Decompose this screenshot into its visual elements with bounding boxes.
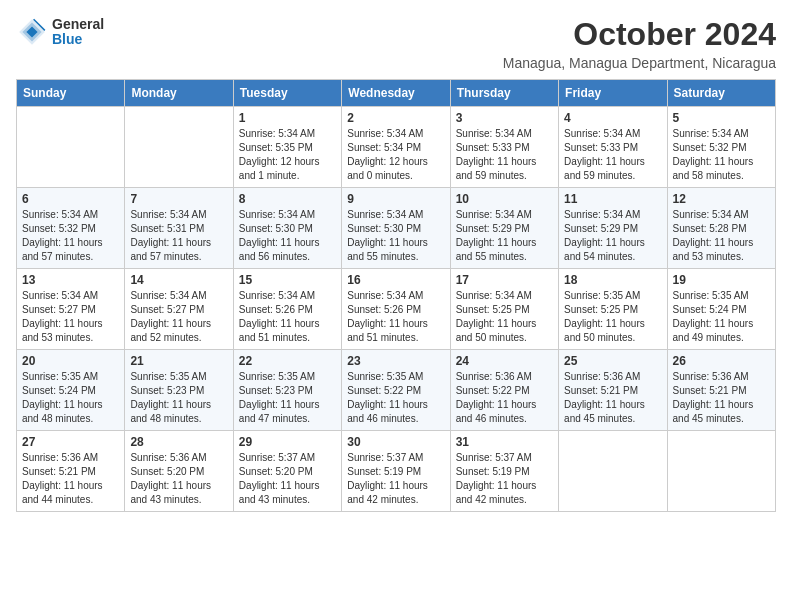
day-number: 21 bbox=[130, 354, 227, 368]
day-number: 28 bbox=[130, 435, 227, 449]
calendar-cell: 18Sunrise: 5:35 AM Sunset: 5:25 PM Dayli… bbox=[559, 269, 667, 350]
calendar-cell: 12Sunrise: 5:34 AM Sunset: 5:28 PM Dayli… bbox=[667, 188, 775, 269]
day-number: 16 bbox=[347, 273, 444, 287]
calendar-cell bbox=[125, 107, 233, 188]
day-info: Sunrise: 5:36 AM Sunset: 5:21 PM Dayligh… bbox=[22, 451, 119, 507]
weekday-header: Sunday bbox=[17, 80, 125, 107]
calendar-cell: 14Sunrise: 5:34 AM Sunset: 5:27 PM Dayli… bbox=[125, 269, 233, 350]
calendar-cell: 15Sunrise: 5:34 AM Sunset: 5:26 PM Dayli… bbox=[233, 269, 341, 350]
day-number: 1 bbox=[239, 111, 336, 125]
calendar-cell: 13Sunrise: 5:34 AM Sunset: 5:27 PM Dayli… bbox=[17, 269, 125, 350]
day-number: 30 bbox=[347, 435, 444, 449]
logo-general: General bbox=[52, 17, 104, 32]
day-info: Sunrise: 5:34 AM Sunset: 5:29 PM Dayligh… bbox=[564, 208, 661, 264]
day-info: Sunrise: 5:36 AM Sunset: 5:20 PM Dayligh… bbox=[130, 451, 227, 507]
calendar-cell bbox=[559, 431, 667, 512]
calendar-cell: 20Sunrise: 5:35 AM Sunset: 5:24 PM Dayli… bbox=[17, 350, 125, 431]
day-info: Sunrise: 5:37 AM Sunset: 5:19 PM Dayligh… bbox=[347, 451, 444, 507]
day-number: 18 bbox=[564, 273, 661, 287]
day-number: 24 bbox=[456, 354, 553, 368]
calendar-cell: 24Sunrise: 5:36 AM Sunset: 5:22 PM Dayli… bbox=[450, 350, 558, 431]
day-info: Sunrise: 5:34 AM Sunset: 5:26 PM Dayligh… bbox=[347, 289, 444, 345]
day-number: 11 bbox=[564, 192, 661, 206]
calendar-cell bbox=[667, 431, 775, 512]
page-header: General Blue October 2024 Managua, Manag… bbox=[16, 16, 776, 71]
day-number: 4 bbox=[564, 111, 661, 125]
calendar-cell: 10Sunrise: 5:34 AM Sunset: 5:29 PM Dayli… bbox=[450, 188, 558, 269]
calendar-cell: 1Sunrise: 5:34 AM Sunset: 5:35 PM Daylig… bbox=[233, 107, 341, 188]
day-number: 3 bbox=[456, 111, 553, 125]
day-number: 5 bbox=[673, 111, 770, 125]
day-info: Sunrise: 5:34 AM Sunset: 5:30 PM Dayligh… bbox=[347, 208, 444, 264]
calendar-cell: 19Sunrise: 5:35 AM Sunset: 5:24 PM Dayli… bbox=[667, 269, 775, 350]
day-number: 10 bbox=[456, 192, 553, 206]
day-number: 12 bbox=[673, 192, 770, 206]
day-info: Sunrise: 5:34 AM Sunset: 5:30 PM Dayligh… bbox=[239, 208, 336, 264]
day-info: Sunrise: 5:35 AM Sunset: 5:25 PM Dayligh… bbox=[564, 289, 661, 345]
calendar-cell: 9Sunrise: 5:34 AM Sunset: 5:30 PM Daylig… bbox=[342, 188, 450, 269]
day-info: Sunrise: 5:34 AM Sunset: 5:27 PM Dayligh… bbox=[130, 289, 227, 345]
calendar-cell: 11Sunrise: 5:34 AM Sunset: 5:29 PM Dayli… bbox=[559, 188, 667, 269]
logo: General Blue bbox=[16, 16, 104, 48]
calendar-week-row: 13Sunrise: 5:34 AM Sunset: 5:27 PM Dayli… bbox=[17, 269, 776, 350]
logo-blue: Blue bbox=[52, 32, 104, 47]
day-number: 19 bbox=[673, 273, 770, 287]
day-number: 2 bbox=[347, 111, 444, 125]
calendar-cell: 8Sunrise: 5:34 AM Sunset: 5:30 PM Daylig… bbox=[233, 188, 341, 269]
calendar-week-row: 1Sunrise: 5:34 AM Sunset: 5:35 PM Daylig… bbox=[17, 107, 776, 188]
calendar-cell: 30Sunrise: 5:37 AM Sunset: 5:19 PM Dayli… bbox=[342, 431, 450, 512]
day-number: 9 bbox=[347, 192, 444, 206]
calendar-table: SundayMondayTuesdayWednesdayThursdayFrid… bbox=[16, 79, 776, 512]
day-number: 17 bbox=[456, 273, 553, 287]
calendar-cell bbox=[17, 107, 125, 188]
day-info: Sunrise: 5:35 AM Sunset: 5:24 PM Dayligh… bbox=[673, 289, 770, 345]
day-info: Sunrise: 5:34 AM Sunset: 5:33 PM Dayligh… bbox=[564, 127, 661, 183]
calendar-cell: 23Sunrise: 5:35 AM Sunset: 5:22 PM Dayli… bbox=[342, 350, 450, 431]
day-number: 14 bbox=[130, 273, 227, 287]
calendar-cell: 26Sunrise: 5:36 AM Sunset: 5:21 PM Dayli… bbox=[667, 350, 775, 431]
calendar-cell: 16Sunrise: 5:34 AM Sunset: 5:26 PM Dayli… bbox=[342, 269, 450, 350]
location-subtitle: Managua, Managua Department, Nicaragua bbox=[503, 55, 776, 71]
day-number: 8 bbox=[239, 192, 336, 206]
day-info: Sunrise: 5:34 AM Sunset: 5:27 PM Dayligh… bbox=[22, 289, 119, 345]
calendar-cell: 6Sunrise: 5:34 AM Sunset: 5:32 PM Daylig… bbox=[17, 188, 125, 269]
day-number: 27 bbox=[22, 435, 119, 449]
day-info: Sunrise: 5:34 AM Sunset: 5:35 PM Dayligh… bbox=[239, 127, 336, 183]
calendar-week-row: 27Sunrise: 5:36 AM Sunset: 5:21 PM Dayli… bbox=[17, 431, 776, 512]
day-info: Sunrise: 5:37 AM Sunset: 5:19 PM Dayligh… bbox=[456, 451, 553, 507]
day-info: Sunrise: 5:34 AM Sunset: 5:33 PM Dayligh… bbox=[456, 127, 553, 183]
calendar-cell: 28Sunrise: 5:36 AM Sunset: 5:20 PM Dayli… bbox=[125, 431, 233, 512]
day-number: 20 bbox=[22, 354, 119, 368]
day-info: Sunrise: 5:35 AM Sunset: 5:23 PM Dayligh… bbox=[239, 370, 336, 426]
day-number: 15 bbox=[239, 273, 336, 287]
calendar-cell: 7Sunrise: 5:34 AM Sunset: 5:31 PM Daylig… bbox=[125, 188, 233, 269]
title-block: October 2024 Managua, Managua Department… bbox=[503, 16, 776, 71]
day-info: Sunrise: 5:34 AM Sunset: 5:28 PM Dayligh… bbox=[673, 208, 770, 264]
weekday-header-row: SundayMondayTuesdayWednesdayThursdayFrid… bbox=[17, 80, 776, 107]
day-number: 31 bbox=[456, 435, 553, 449]
day-info: Sunrise: 5:36 AM Sunset: 5:21 PM Dayligh… bbox=[564, 370, 661, 426]
calendar-cell: 17Sunrise: 5:34 AM Sunset: 5:25 PM Dayli… bbox=[450, 269, 558, 350]
calendar-week-row: 6Sunrise: 5:34 AM Sunset: 5:32 PM Daylig… bbox=[17, 188, 776, 269]
weekday-header: Saturday bbox=[667, 80, 775, 107]
day-number: 23 bbox=[347, 354, 444, 368]
weekday-header: Thursday bbox=[450, 80, 558, 107]
weekday-header: Friday bbox=[559, 80, 667, 107]
day-info: Sunrise: 5:34 AM Sunset: 5:32 PM Dayligh… bbox=[673, 127, 770, 183]
logo-icon bbox=[16, 16, 48, 48]
weekday-header: Wednesday bbox=[342, 80, 450, 107]
calendar-week-row: 20Sunrise: 5:35 AM Sunset: 5:24 PM Dayli… bbox=[17, 350, 776, 431]
day-info: Sunrise: 5:35 AM Sunset: 5:22 PM Dayligh… bbox=[347, 370, 444, 426]
weekday-header: Tuesday bbox=[233, 80, 341, 107]
calendar-cell: 27Sunrise: 5:36 AM Sunset: 5:21 PM Dayli… bbox=[17, 431, 125, 512]
day-info: Sunrise: 5:35 AM Sunset: 5:24 PM Dayligh… bbox=[22, 370, 119, 426]
day-info: Sunrise: 5:34 AM Sunset: 5:25 PM Dayligh… bbox=[456, 289, 553, 345]
weekday-header: Monday bbox=[125, 80, 233, 107]
day-info: Sunrise: 5:34 AM Sunset: 5:32 PM Dayligh… bbox=[22, 208, 119, 264]
day-number: 26 bbox=[673, 354, 770, 368]
logo-text: General Blue bbox=[52, 17, 104, 48]
day-info: Sunrise: 5:37 AM Sunset: 5:20 PM Dayligh… bbox=[239, 451, 336, 507]
day-info: Sunrise: 5:34 AM Sunset: 5:31 PM Dayligh… bbox=[130, 208, 227, 264]
calendar-cell: 3Sunrise: 5:34 AM Sunset: 5:33 PM Daylig… bbox=[450, 107, 558, 188]
day-number: 7 bbox=[130, 192, 227, 206]
